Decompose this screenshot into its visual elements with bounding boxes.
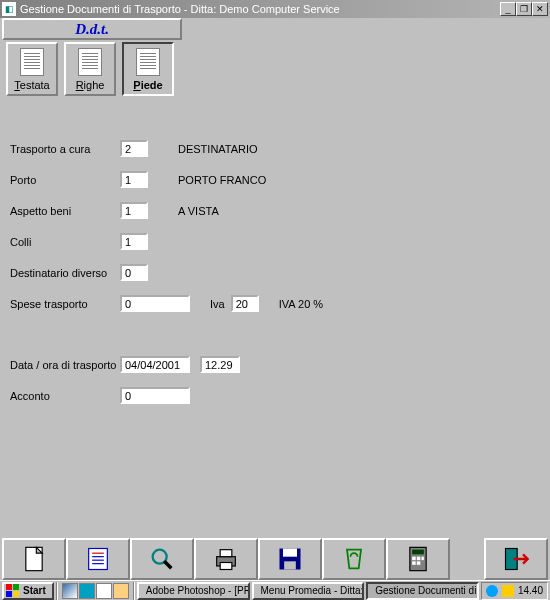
maximize-button[interactable]: ❐ [516,2,532,16]
label-dataora: Data / ora di trasporto [10,359,120,371]
calculator-icon [404,545,432,573]
toolbar-search[interactable] [130,538,194,580]
svg-rect-19 [422,557,424,561]
input-aspetto[interactable] [120,202,148,219]
taskbar-separator [56,582,58,600]
app-header: D.d.t. [2,18,182,40]
toolbar-recycle[interactable] [322,538,386,580]
taskbar: Start Adobe Photoshop - [PRIM... Menu Pr… [0,580,550,600]
printer-icon [212,545,240,573]
righe-icon [78,48,102,76]
svg-rect-13 [283,549,297,557]
svg-rect-2 [89,549,108,570]
close-button[interactable]: ✕ [532,2,548,16]
desc-iva: IVA 20 % [279,298,323,310]
label-trasporto: Trasporto a cura [10,143,120,155]
label-colli: Colli [10,236,120,248]
input-destdiv[interactable] [120,264,148,281]
taskbar-item-gestione[interactable]: Gestione Documenti di Tra... [366,582,479,600]
testata-icon [20,48,44,76]
toolbar-print[interactable] [194,538,258,580]
label-acconto: Acconto [10,390,120,402]
toolbar-save[interactable] [258,538,322,580]
label-iva: Iva [210,298,225,310]
svg-rect-16 [412,550,424,555]
minimize-button[interactable]: _ [500,2,516,16]
input-ora[interactable] [200,356,240,373]
input-data[interactable] [120,356,190,373]
input-colli[interactable] [120,233,148,250]
label-destdiv: Destinatario diverso [10,267,120,279]
magnifier-icon [148,545,176,573]
svg-rect-10 [220,550,232,557]
titlebar: ◧ Gestione Documenti di Trasporto - Ditt… [0,0,550,18]
svg-rect-20 [412,561,416,565]
tab-piede[interactable]: Piede [122,42,174,96]
window-title: Gestione Documenti di Trasporto - Ditta:… [20,3,500,15]
svg-rect-18 [417,557,421,561]
label-aspetto: Aspetto beni [10,205,120,217]
toolbar-new[interactable] [2,538,66,580]
bottom-toolbar [2,538,548,580]
app-icon: ◧ [2,2,16,16]
toolbar-spacer [450,538,484,580]
tab-label: Righe [76,79,105,91]
window-control-group: _ ❐ ✕ [500,2,548,16]
desc-trasporto: DESTINATARIO [178,143,258,155]
app-header-title: D.d.t. [75,21,109,38]
quicklaunch-item[interactable] [79,583,95,599]
start-label: Start [23,585,46,596]
tab-strip: Testata Righe Piede [0,40,550,96]
tab-label: Testata [14,79,49,91]
system-tray: 14.40 [481,582,548,600]
svg-rect-21 [417,561,421,565]
quicklaunch-item[interactable] [62,583,78,599]
exit-icon [502,545,530,573]
label-porto: Porto [10,174,120,186]
form-piede: Trasporto a cura DESTINATARIO Porto PORT… [0,100,550,538]
input-spese[interactable] [120,295,190,312]
svg-rect-14 [284,561,296,569]
desc-porto: PORTO FRANCO [178,174,266,186]
quicklaunch-item[interactable] [113,583,129,599]
taskbar-item-label: Adobe Photoshop - [PRIM... [146,585,250,596]
desc-aspetto: A VISTA [178,205,219,217]
svg-rect-11 [220,563,232,570]
quick-launch [60,583,131,599]
start-button[interactable]: Start [2,582,54,600]
quicklaunch-item[interactable] [96,583,112,599]
clock: 14.40 [518,585,543,596]
svg-line-8 [164,561,171,568]
tab-righe[interactable]: Righe [64,42,116,96]
taskbar-item-label: Gestione Documenti di Tra... [375,585,479,596]
toolbar-list[interactable] [66,538,130,580]
windows-logo-icon [6,584,20,598]
taskbar-item-promedia[interactable]: Menu Promedia - Ditta: De... [252,582,365,600]
floppy-icon [276,545,304,573]
piede-icon [136,48,160,76]
label-spese: Spese trasporto [10,298,120,310]
input-trasporto[interactable] [120,140,148,157]
svg-rect-17 [412,557,416,561]
volume-icon[interactable] [502,585,514,597]
toolbar-calculator[interactable] [386,538,450,580]
taskbar-separator [133,582,135,600]
list-icon [84,545,112,573]
taskbar-item-photoshop[interactable]: Adobe Photoshop - [PRIM... [137,582,250,600]
taskbar-item-label: Menu Promedia - Ditta: De... [261,585,365,596]
document-icon [20,545,48,573]
input-acconto[interactable] [120,387,190,404]
tab-label: Piede [133,79,162,91]
tab-testata[interactable]: Testata [6,42,58,96]
input-iva[interactable] [231,295,259,312]
tray-icon[interactable] [486,585,498,597]
input-porto[interactable] [120,171,148,188]
recycle-icon [340,545,368,573]
toolbar-exit[interactable] [484,538,548,580]
